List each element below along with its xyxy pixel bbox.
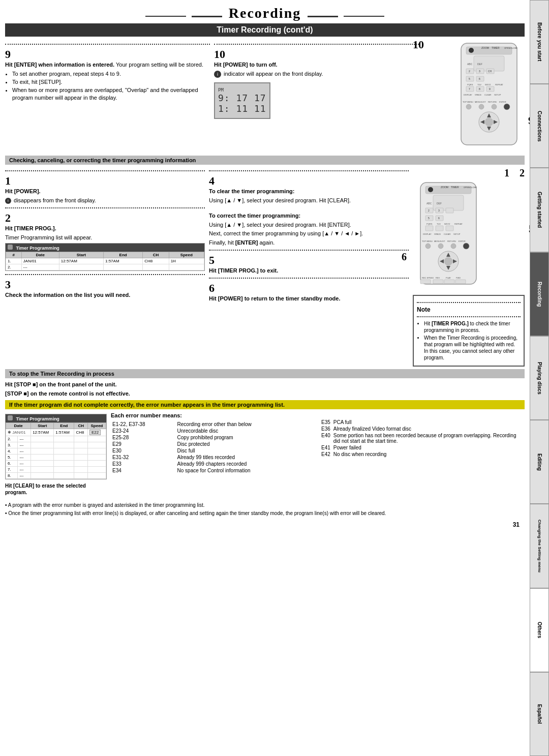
timer-display-text2: 1: 11 11 bbox=[218, 103, 266, 114]
error-tp-row-5: 5.--- bbox=[6, 454, 106, 460]
svg-text:8: 8 bbox=[479, 87, 480, 90]
remote1-step-10: 10 bbox=[413, 38, 424, 51]
svg-text:DISPLAY: DISPLAY bbox=[423, 233, 432, 235]
error-row-e34: E34 No space for Control information bbox=[111, 467, 316, 474]
tp-header-1: Timer Programming bbox=[6, 244, 204, 252]
remote-control-1: ZOOM TIMER OPEN/CLOSE ABC DEF 2 3 CH bbox=[453, 41, 525, 153]
svg-text:ZOOM: ZOOM bbox=[481, 46, 489, 49]
tp-row-1: 1. JAN/01 12:57AM 1:57AM CH8 1H bbox=[6, 258, 204, 264]
svg-point-82 bbox=[451, 244, 456, 249]
svg-text:SPACE: SPACE bbox=[434, 233, 441, 235]
footnotes: • A program with the error number is gra… bbox=[5, 502, 525, 517]
error-row-e31: E31-32 Already 99 titles recorded bbox=[111, 454, 316, 461]
step-9-bullet-2: To exit, hit [SETUP]. bbox=[12, 78, 210, 85]
note-box: Note Hit [TIMER PROG.] to check the time… bbox=[413, 295, 525, 367]
svg-text:FWD: FWD bbox=[456, 277, 461, 279]
svg-text:RETURN: RETURN bbox=[447, 240, 456, 243]
svg-point-81 bbox=[438, 244, 443, 249]
timer-programming-table-1: Timer Programming # Date Start End CH Sp… bbox=[5, 243, 205, 271]
step-2-body: Timer Programming list will appear. bbox=[5, 234, 205, 241]
stop-line-2: [STOP ■] on the remote control is not ef… bbox=[5, 390, 525, 398]
note-title: Note bbox=[417, 306, 521, 313]
step-10-body: i indicator will appear on the front dis… bbox=[214, 70, 419, 78]
step-3-number: 3 bbox=[5, 278, 205, 291]
step-4-clear-body: Using [▲ / ▼], select your desired progr… bbox=[209, 197, 409, 204]
error-codes-table-1: E1-22, E37-38 Recording error other than… bbox=[111, 421, 316, 474]
error-row-e29: E29 Disc protected bbox=[111, 441, 316, 447]
sidebar-tab-changing-settings[interactable]: Changing the Setting menu bbox=[530, 504, 549, 588]
svg-text:RETURN: RETURN bbox=[488, 101, 497, 103]
note-bullet-1: Hit [TIMER PROG.] to check the timer pro… bbox=[424, 320, 521, 334]
tp-col-num: # bbox=[6, 252, 22, 258]
error-row-e42: E42 No disc when recording bbox=[320, 451, 525, 458]
error-tp-row-3: 3.--- bbox=[6, 442, 106, 448]
step-6-number: 6 bbox=[209, 282, 409, 295]
error-tp-row-6: 6.--- bbox=[6, 460, 106, 466]
step-9-col: 9 Hit [ENTER] when information is entere… bbox=[5, 41, 214, 153]
error-row-e40: E40 Some portion has not been recorded b… bbox=[320, 432, 525, 444]
svg-point-83 bbox=[463, 243, 469, 249]
pm-label: PM bbox=[218, 87, 266, 93]
svg-text:PLAY: PLAY bbox=[446, 277, 451, 279]
step-9-title: Hit [ENTER] when information is entered.… bbox=[5, 61, 210, 69]
sidebar-tab-recording[interactable]: Recording bbox=[530, 252, 549, 336]
svg-point-40 bbox=[504, 104, 510, 110]
step-9-bullet-3: When two or more programs are overlapped… bbox=[12, 86, 210, 101]
error-codes-table-2: E35 PCA full E36 Already finalized Video… bbox=[320, 419, 525, 458]
remote2-step-1: 1 bbox=[504, 167, 509, 179]
tp-col-date: Date bbox=[21, 252, 59, 258]
svg-point-37 bbox=[466, 104, 471, 109]
sidebar-tab-playing-discs[interactable]: Playing discs bbox=[530, 336, 549, 420]
tp-col-start: Start bbox=[59, 252, 103, 258]
error-row-e36: E36 Already finalized Video format disc bbox=[320, 426, 525, 432]
error-tp-row-8: 8.--- bbox=[6, 472, 106, 478]
svg-text:ABC: ABC bbox=[426, 202, 432, 205]
svg-text:5: 5 bbox=[469, 77, 470, 80]
svg-text:PQRS: PQRS bbox=[426, 223, 433, 225]
error-tp-row-7: 7.--- bbox=[6, 466, 106, 472]
error-row-e23: E23-24 Unrecordable disc bbox=[111, 428, 316, 434]
tp-row-2: 2. --- bbox=[6, 264, 204, 270]
timer-display-text: 9: 17 17 bbox=[218, 93, 266, 103]
svg-text:SETUP: SETUP bbox=[453, 233, 461, 235]
svg-point-42 bbox=[485, 118, 493, 126]
svg-rect-69 bbox=[425, 226, 433, 231]
sidebar-tab-editing[interactable]: Editing bbox=[530, 420, 549, 504]
step-10-number: 10 bbox=[214, 48, 419, 61]
checking-section-heading: Checking, canceling, or correcting the t… bbox=[5, 156, 525, 165]
step-9-bullets: To set another program, repeat steps 4 t… bbox=[12, 70, 210, 101]
checking-heading-text: Checking, canceling, or correcting the t… bbox=[9, 157, 196, 163]
svg-text:TUV: TUV bbox=[437, 223, 441, 225]
sidebar-tab-others[interactable]: Others bbox=[530, 588, 549, 672]
sidebar-tab-getting-started[interactable]: Getting started bbox=[530, 168, 549, 252]
error-row-e33: E33 Already 999 chapters recorded bbox=[111, 461, 316, 467]
error-list-col-1: Each error number means: E1-22, E37-38 R… bbox=[111, 412, 316, 498]
remote-2-area: 1 2 ZOOM TIMER OPEN/CLOSE ABC bbox=[413, 167, 525, 367]
note-bullets: Hit [TIMER PROG.] to check the timer pro… bbox=[424, 320, 521, 361]
svg-text:REC SPEED: REC SPEED bbox=[422, 277, 434, 279]
error-tp-row-2: 2.--- bbox=[6, 436, 106, 442]
error-row-e30: E30 Disc full bbox=[111, 447, 316, 454]
svg-text:3: 3 bbox=[438, 209, 440, 212]
step-1-title: Hit [POWER]. bbox=[5, 188, 205, 195]
svg-text:6: 6 bbox=[438, 217, 440, 220]
svg-rect-96 bbox=[444, 280, 454, 284]
svg-text:9: 9 bbox=[489, 87, 491, 90]
footnote-2: • Once the timer programming list with e… bbox=[5, 510, 525, 517]
svg-text:WXYZ: WXYZ bbox=[444, 223, 450, 225]
sidebar-right: Before you start Connections Getting sta… bbox=[530, 0, 549, 756]
sidebar-tab-before[interactable]: Before you start bbox=[530, 0, 549, 84]
svg-text:ABC: ABC bbox=[467, 63, 473, 66]
svg-rect-71 bbox=[446, 226, 453, 231]
svg-text:SETUP: SETUP bbox=[494, 94, 501, 96]
error-list-col-2: E35 PCA full E36 Already finalized Video… bbox=[320, 412, 525, 498]
each-error-heading: Each error number means: bbox=[111, 412, 316, 419]
svg-text:TIMER: TIMER bbox=[451, 186, 459, 189]
sidebar-tab-espanol[interactable]: Español bbox=[530, 672, 549, 756]
svg-text:CLEAR: CLEAR bbox=[444, 233, 450, 235]
step-4-clear-title: To clear the timer programming: bbox=[209, 188, 409, 195]
svg-text:SPACE: SPACE bbox=[475, 94, 482, 96]
step-4-correct-body2: Next, correct the timer programming by u… bbox=[209, 230, 409, 237]
remote-control-2: ZOOM TIMER OPEN/CLOSE ABC DEF 2 3 5 bbox=[413, 180, 494, 292]
sidebar-tab-connections[interactable]: Connections bbox=[530, 84, 549, 168]
